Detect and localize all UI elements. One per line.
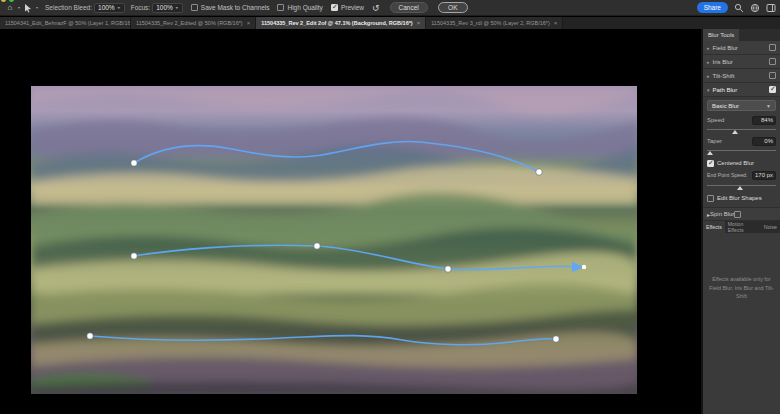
effects-unavailable-message: Effects available only for Field Blur, I… [707, 275, 776, 301]
slider-thumb[interactable] [732, 130, 738, 134]
speed-slider[interactable] [707, 126, 776, 134]
titlebar-right-controls: Share [697, 2, 776, 13]
disclosure-icon[interactable]: ▸ [707, 45, 710, 51]
panel-header: Blur Tools [703, 29, 780, 41]
disclosure-icon[interactable]: ▾ [707, 87, 710, 93]
traffic-light-yellow[interactable] [1, 0, 6, 2]
reset-icon[interactable]: ↺ [372, 3, 380, 13]
document-tab-label: 11504335_Rev 2_Edit 2of @ 47.1% (Backgro… [261, 20, 412, 26]
save-mask-checkbox[interactable] [191, 4, 198, 11]
tool-label: Tilt-Shift [713, 73, 769, 79]
tool-label: Spin Blur [710, 211, 734, 217]
focus-chevron-icon: ▾ [176, 5, 178, 10]
taper-label: Taper [707, 138, 722, 144]
path-blur-control-point[interactable] [131, 253, 137, 259]
path-blur-control-point[interactable] [131, 160, 137, 166]
edit-blur-shapes-label: Edit Blur Shapes [717, 195, 762, 201]
tool-row-field-blur[interactable]: ▸ Field Blur [703, 41, 780, 55]
save-mask-label: Save Mask to Channels [201, 4, 270, 11]
document-tab-3-active[interactable]: 11504335_Rev 2_Edit 2of @ 47.1% (Backgro… [256, 17, 426, 29]
path-blur-curve[interactable] [90, 336, 556, 345]
field-blur-checkbox[interactable] [769, 44, 776, 51]
blur-type-dropdown[interactable]: Basic Blur ▼ [707, 100, 776, 111]
tool-row-spin-blur[interactable]: ▸ Spin Blur [703, 207, 780, 221]
blur-path-overlay [0, 29, 701, 414]
tab-effects[interactable]: Effects [703, 221, 725, 233]
tool-row-path-blur[interactable]: ▾ Path Blur [703, 83, 780, 97]
end-point-speed-slider[interactable] [707, 182, 776, 190]
path-blur-end-point[interactable] [582, 265, 586, 269]
document-tab-4[interactable]: 11504335_Rev 3_rdl @ 50% (Layer 2, RGB/1… [426, 17, 563, 29]
canvas-area[interactable] [0, 29, 701, 414]
centered-blur-checkbox[interactable] [707, 160, 714, 167]
ok-button[interactable]: OK [438, 2, 468, 13]
document-tab-label: 11504335_Rev 2_Edited @ 50% (RGB/16*) [136, 20, 243, 26]
taper-slider[interactable] [707, 147, 776, 155]
selection-bleed-label: Selection Bleed: [45, 4, 92, 11]
close-icon[interactable]: × [554, 20, 558, 26]
blur-tools-panel-tab[interactable]: Blur Tools [703, 29, 739, 41]
search-icon[interactable] [734, 3, 744, 13]
centered-blur-label: Centered Blur [717, 160, 754, 166]
tool-label: Iris Blur [713, 59, 769, 65]
focus-input[interactable]: 100% ▾ [152, 3, 183, 13]
blur-tool-cursor-icon[interactable] [21, 2, 35, 14]
home-chevron-icon: ▾ [18, 5, 20, 10]
path-blur-settings: Basic Blur ▼ Speed 84% Taper 0% [703, 97, 780, 204]
iris-blur-checkbox[interactable] [769, 58, 776, 65]
tool-row-iris-blur[interactable]: ▸ Iris Blur [703, 55, 780, 69]
path-blur-control-point[interactable] [553, 336, 559, 342]
selection-bleed-input[interactable]: 100% ▾ [94, 3, 125, 13]
speed-label: Speed [707, 117, 724, 123]
tab-noise[interactable]: Noise [761, 221, 780, 233]
selection-bleed-value: 100% [98, 4, 115, 11]
document-tab-2[interactable]: 11504335_Rev 2_Edited @ 50% (RGB/16*) × [131, 17, 256, 29]
close-icon[interactable]: × [417, 20, 421, 26]
path-blur-checkbox[interactable] [769, 86, 776, 93]
tool-chevron-icon: ▾ [36, 5, 38, 10]
speed-value[interactable]: 84% [752, 116, 776, 125]
focus-value: 100% [156, 4, 173, 11]
disclosure-icon[interactable]: ▸ [707, 59, 710, 65]
options-bar: ⌂ ▾ ▾ Selection Bleed: 100% ▾ Focus: 100… [0, 0, 780, 16]
path-blur-control-point[interactable] [445, 266, 451, 272]
slider-thumb[interactable] [737, 186, 743, 190]
high-quality-checkbox[interactable] [277, 4, 284, 11]
tool-label: Field Blur [713, 45, 769, 51]
focus-label: Focus: [131, 4, 151, 11]
tool-row-tilt-shift[interactable]: ▸ Tilt-Shift [703, 69, 780, 83]
tab-motion-effects[interactable]: Motion Effects [725, 221, 761, 233]
high-quality-label: High Quality [287, 4, 322, 11]
path-blur-curve[interactable] [134, 245, 578, 270]
path-blur-control-point[interactable] [314, 243, 320, 249]
tilt-shift-checkbox[interactable] [769, 72, 776, 79]
disclosure-icon[interactable]: ▸ [707, 73, 710, 79]
workspace-icon[interactable] [766, 3, 776, 13]
slider-thumb[interactable] [707, 151, 713, 155]
preview-label: Preview [341, 4, 364, 11]
cancel-button[interactable]: Cancel [390, 2, 428, 13]
preview-checkbox[interactable] [331, 4, 338, 11]
path-blur-control-point[interactable] [536, 169, 542, 175]
spin-blur-checkbox[interactable] [734, 211, 741, 218]
document-tab-label: 11504335_Rev 3_rdl @ 50% (Layer 2, RGB/1… [431, 20, 550, 26]
end-point-speed-value[interactable]: 170 px [752, 171, 776, 180]
close-icon[interactable]: × [247, 20, 251, 26]
blur-type-value: Basic Blur [712, 103, 739, 109]
effects-tab-strip: Effects Motion Effects Noise [703, 221, 780, 233]
document-tab-bar: 11504341_Edit_BehnazF @ 50% (Layer 1, RG… [0, 17, 780, 29]
globe-icon[interactable] [750, 3, 760, 13]
taper-value[interactable]: 0% [752, 137, 776, 146]
document-tab-1[interactable]: 11504341_Edit_BehnazF @ 50% (Layer 1, RG… [0, 17, 131, 29]
home-icon[interactable]: ⌂ [3, 2, 17, 14]
edit-blur-shapes-checkbox[interactable] [707, 195, 714, 202]
tool-label: Path Blur [713, 87, 769, 93]
traffic-light-green[interactable] [9, 0, 14, 2]
path-blur-curve[interactable] [134, 142, 539, 172]
share-button[interactable]: Share [697, 2, 728, 13]
path-blur-control-point[interactable] [87, 333, 93, 339]
photoshop-blur-gallery-window: ⌂ ▾ ▾ Selection Bleed: 100% ▾ Focus: 100… [0, 0, 780, 414]
end-point-speed-label: End Point Speed: [707, 172, 747, 178]
selection-bleed-chevron-icon: ▾ [118, 5, 120, 10]
traffic-lights [1, 0, 14, 2]
